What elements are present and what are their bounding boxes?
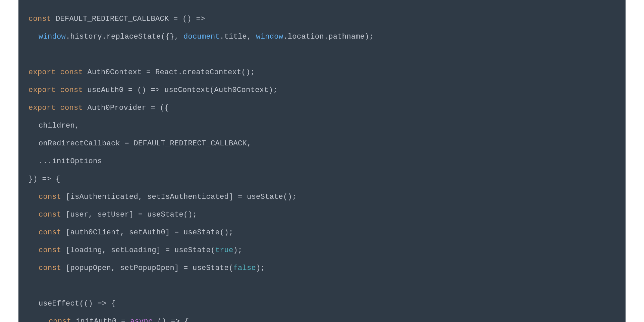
code-token: false — [233, 264, 256, 272]
code-line — [29, 277, 615, 295]
code-token: onRedirectCallback = DEFAULT_REDIRECT_CA… — [39, 139, 252, 148]
code-token: ); — [233, 246, 243, 255]
code-line: export const useAuth0 = () => useContext… — [29, 81, 615, 99]
code-token — [56, 104, 60, 112]
code-token: const — [29, 15, 51, 23]
code-token: useEffect(() => { — [39, 300, 116, 308]
code-token: [loading, setLoading] = useState( — [61, 246, 215, 255]
code-token: ); — [256, 264, 265, 272]
code-token: initAuth0 = — [71, 317, 130, 322]
code-token: }) => { — [29, 175, 60, 183]
code-block: const DEFAULT_REDIRECT_CALLBACK = () =>w… — [18, 0, 626, 322]
code-token: .history.replaceState({}, — [66, 33, 183, 41]
code-token: export — [29, 104, 56, 112]
code-token: document — [183, 33, 220, 41]
code-token: .title, — [220, 33, 256, 41]
code-line: window.history.replaceState({}, document… — [29, 28, 615, 46]
code-token: .location.pathname); — [283, 33, 374, 41]
code-token: async — [130, 317, 153, 322]
code-token: const — [60, 104, 83, 112]
code-token: window — [39, 33, 66, 41]
code-token: [isAuthenticated, setIsAuthenticated] = … — [61, 193, 297, 201]
code-token: ...initOptions — [39, 157, 102, 166]
code-token — [29, 282, 33, 290]
code-line: const [loading, setLoading] = useState(t… — [29, 241, 615, 259]
code-line: const [auth0Client, setAuth0] = useState… — [29, 224, 615, 241]
code-token: true — [215, 246, 233, 255]
code-line: const [isAuthenticated, setIsAuthenticat… — [29, 188, 615, 206]
code-token: [auth0Client, setAuth0] = useState(); — [61, 228, 233, 237]
code-line: const DEFAULT_REDIRECT_CALLBACK = () => — [29, 10, 615, 28]
code-token: export — [29, 86, 56, 94]
code-token: export — [29, 68, 56, 77]
code-line — [29, 46, 615, 63]
code-token: const — [39, 264, 61, 272]
code-token: const — [60, 86, 83, 94]
code-token — [29, 50, 33, 59]
code-token: [user, setUser] = useState(); — [61, 211, 197, 219]
code-token: const — [60, 68, 83, 77]
code-token — [56, 68, 60, 77]
code-token: Auth0Context = React.createContext(); — [83, 68, 255, 77]
code-token: const — [39, 193, 61, 201]
code-line: const initAuth0 = async () => { — [29, 313, 615, 322]
code-token — [56, 86, 60, 94]
code-token: () => { — [153, 317, 189, 322]
code-line: const [popupOpen, setPopupOpen] = useSta… — [29, 259, 615, 277]
code-token: Auth0Provider = ({ — [83, 104, 169, 112]
code-token: const — [39, 211, 61, 219]
code-line: export const Auth0Provider = ({ — [29, 99, 615, 117]
code-token: children, — [39, 122, 79, 130]
code-line: onRedirectCallback = DEFAULT_REDIRECT_CA… — [29, 135, 615, 152]
code-line: export const Auth0Context = React.create… — [29, 63, 615, 81]
code-line: }) => { — [29, 170, 615, 188]
code-line: ...initOptions — [29, 152, 615, 170]
code-token: const — [39, 228, 61, 237]
code-token: DEFAULT_REDIRECT_CALLBACK = () => — [51, 15, 205, 23]
code-token: const — [39, 246, 61, 255]
code-token: useAuth0 = () => useContext(Auth0Context… — [83, 86, 278, 94]
code-line: useEffect(() => { — [29, 295, 615, 313]
code-token: const — [49, 317, 71, 322]
code-token: [popupOpen, setPopupOpen] = useState( — [61, 264, 233, 272]
code-token: window — [256, 33, 283, 41]
code-line: children, — [29, 117, 615, 135]
code-line: const [user, setUser] = useState(); — [29, 206, 615, 224]
